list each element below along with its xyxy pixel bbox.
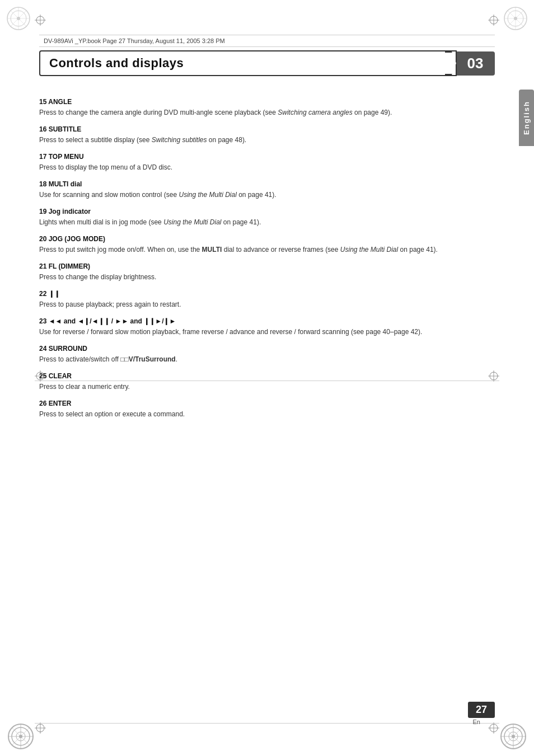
section-body-23: Use for reverse / forward slow motion pl…: [39, 327, 475, 337]
section-title-23: 23 ◄◄ and ◄❙/◄❙❙ / ►► and ❙❙►/❙►: [39, 317, 475, 325]
section-body-19: Lights when multi dial is in jog mode (s…: [39, 217, 475, 227]
rosette-top-right: [502, 4, 530, 32]
section-body-20: Press to put switch jog mode on/off. Whe…: [39, 245, 475, 255]
section-body-24: Press to activate/switch off □□V/TruSurr…: [39, 354, 475, 364]
section-title-25: 25 CLEAR: [39, 372, 475, 380]
section-21: 21 FL (DIMMER)Press to change the displa…: [39, 262, 475, 282]
section-24: 24 SURROUNDPress to activate/switch off …: [39, 345, 475, 364]
section-title-26: 26 ENTER: [39, 400, 475, 407]
section-body-15: Press to change the camera angle during …: [39, 107, 475, 118]
page-header: Controls and displays 03: [39, 50, 495, 76]
page-metadata: DV-989AVi _YP.book Page 27 Thursday, Aug…: [39, 35, 495, 47]
section-title-18: 18 MULTI dial: [39, 180, 475, 188]
page-number: 27: [468, 702, 495, 718]
section-title-22: 22 ❙❙: [39, 290, 475, 298]
page-title: Controls and displays: [49, 56, 184, 70]
section-17: 17 TOP MENUPress to display the top menu…: [39, 153, 475, 172]
language-tab: English: [519, 90, 534, 146]
section-25: 25 CLEARPress to clear a numeric entry.: [39, 372, 475, 392]
section-body-18: Use for scanning and slow motion control…: [39, 190, 475, 200]
rosette-top-left: [4, 4, 32, 32]
section-title-19: 19 Jog indicator: [39, 208, 475, 215]
section-15: 15 ANGLEPress to change the camera angle…: [39, 98, 475, 118]
section-title-20: 20 JOG (JOG MODE): [39, 235, 475, 243]
chapter-number: 03: [456, 51, 495, 76]
section-body-16: Press to select a subtitle display (see …: [39, 135, 475, 145]
crosshair-mid-right: [488, 370, 499, 382]
crosshair-bottom-right: [488, 722, 499, 734]
section-23: 23 ◄◄ and ◄❙/◄❙❙ / ►► and ❙❙►/❙►Use for …: [39, 317, 475, 337]
section-18: 18 MULTI dialUse for scanning and slow m…: [39, 180, 475, 200]
crosshair-top-right: [488, 15, 499, 26]
main-content: 15 ANGLEPress to change the camera angle…: [39, 87, 475, 427]
bottom-rule: [35, 723, 499, 724]
crosshair-bottom-left: [35, 722, 46, 734]
metadata-text: DV-989AVi _YP.book Page 27 Thursday, Aug…: [44, 37, 225, 44]
rosette-bottom-right: [499, 722, 527, 750]
section-title-21: 21 FL (DIMMER): [39, 262, 475, 270]
section-title-16: 16 SUBTITLE: [39, 125, 475, 133]
section-26: 26 ENTERPress to select an option or exe…: [39, 400, 475, 419]
section-body-21: Press to change the display brightness.: [39, 272, 475, 282]
section-title-15: 15 ANGLE: [39, 98, 475, 106]
section-title-24: 24 SURROUND: [39, 345, 475, 353]
crosshair-top-left: [35, 15, 46, 26]
rosette-bottom-left: [7, 722, 35, 750]
section-22: 22 ❙❙Press to pause playback; press agai…: [39, 290, 475, 309]
section-body-26: Press to select an option or execute a c…: [39, 409, 475, 419]
section-16: 16 SUBTITLEPress to select a subtitle di…: [39, 125, 475, 145]
section-19: 19 Jog indicatorLights when multi dial i…: [39, 208, 475, 227]
section-20: 20 JOG (JOG MODE)Press to put switch jog…: [39, 235, 475, 255]
section-body-17: Press to display the top menu of a DVD d…: [39, 162, 475, 172]
page-number-lang: En: [473, 719, 480, 725]
section-title-17: 17 TOP MENU: [39, 153, 475, 161]
section-body-25: Press to clear a numeric entry.: [39, 382, 475, 392]
title-box: Controls and displays: [39, 50, 457, 76]
section-body-22: Press to pause playback; press again to …: [39, 299, 475, 309]
